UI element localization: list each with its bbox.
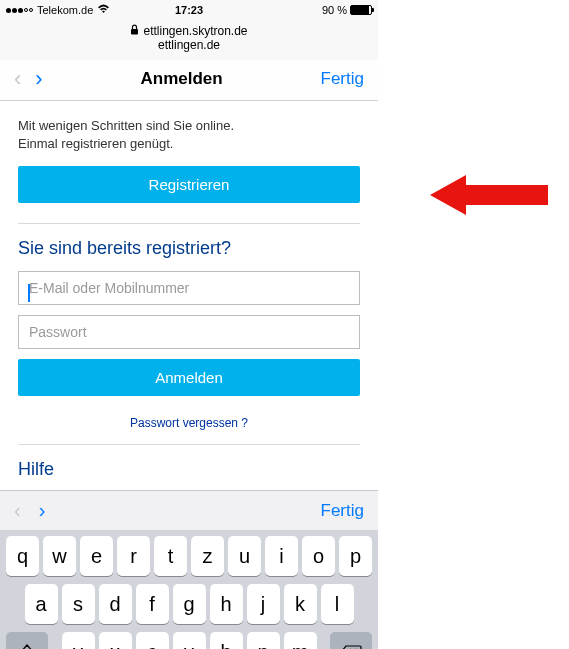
svg-marker-5 (430, 175, 548, 215)
key-y[interactable]: y (62, 632, 95, 649)
key-f[interactable]: f (136, 584, 169, 624)
email-field[interactable] (18, 271, 360, 305)
text-cursor (28, 284, 30, 302)
kb-done-button[interactable]: Fertig (321, 501, 364, 521)
keyboard: qwertzuiop asdfghjkl yxcvbnm 123 Leerzei… (0, 530, 378, 649)
key-i[interactable]: i (265, 536, 298, 576)
key-u[interactable]: u (228, 536, 261, 576)
key-n[interactable]: n (247, 632, 280, 649)
nav-done-button[interactable]: Fertig (321, 69, 364, 89)
key-a[interactable]: a (25, 584, 58, 624)
password-field[interactable] (18, 315, 360, 349)
kb-nav-arrows: ‹ › (14, 499, 45, 522)
nav-back-icon[interactable]: ‹ (14, 68, 21, 90)
url-host: ettlingen.skytron.de (143, 24, 247, 38)
kb-row-3: yxcvbnm (3, 632, 375, 649)
status-left: Telekom.de (6, 4, 110, 16)
key-c[interactable]: c (136, 632, 169, 649)
kb-next-field-icon[interactable]: › (39, 499, 46, 522)
svg-rect-0 (131, 29, 138, 35)
key-k[interactable]: k (284, 584, 317, 624)
key-q[interactable]: q (6, 536, 39, 576)
key-g[interactable]: g (173, 584, 206, 624)
email-field-wrap (18, 271, 360, 315)
key-x[interactable]: x (99, 632, 132, 649)
key-z[interactable]: z (191, 536, 224, 576)
key-l[interactable]: l (321, 584, 354, 624)
key-d[interactable]: d (99, 584, 132, 624)
key-s[interactable]: s (62, 584, 95, 624)
backspace-key[interactable] (330, 632, 372, 649)
status-time: 17:23 (175, 4, 203, 16)
key-p[interactable]: p (339, 536, 372, 576)
already-registered-title: Sie sind bereits registriert? (18, 238, 360, 259)
url-bar: ettlingen.skytron.de ettlingen.de (0, 20, 378, 60)
key-w[interactable]: w (43, 536, 76, 576)
kb-row-2: asdfghjkl (3, 584, 375, 624)
wifi-icon (97, 4, 110, 16)
kb-prev-field-icon[interactable]: ‹ (14, 499, 21, 522)
key-b[interactable]: b (210, 632, 243, 649)
phone-frame: Telekom.de 17:23 90 % ettlingen.skytron.… (0, 0, 378, 649)
carrier-label: Telekom.de (37, 4, 93, 16)
status-bar: Telekom.de 17:23 90 % (0, 0, 378, 20)
keyboard-toolbar: ‹ › Fertig (0, 490, 378, 530)
kb-row-1: qwertzuiop (3, 536, 375, 576)
intro-line1: Mit wenigen Schritten sind Sie online. (18, 117, 360, 135)
key-e[interactable]: e (80, 536, 113, 576)
divider (18, 223, 360, 224)
page-content: Mit wenigen Schritten sind Sie online. E… (0, 101, 378, 445)
key-v[interactable]: v (173, 632, 206, 649)
key-h[interactable]: h (210, 584, 243, 624)
key-o[interactable]: o (302, 536, 335, 576)
help-heading: Hilfe (0, 459, 378, 480)
divider-2 (18, 444, 360, 445)
intro-line2: Einmal registrieren genügt. (18, 135, 360, 153)
register-button[interactable]: Registrieren (18, 166, 360, 203)
status-right: 90 % (322, 4, 372, 16)
nav-header: ‹ › Anmelden Fertig (0, 60, 378, 101)
lock-icon (130, 24, 139, 38)
key-t[interactable]: t (154, 536, 187, 576)
battery-pct: 90 % (322, 4, 347, 16)
nav-forward-icon[interactable]: › (35, 68, 42, 90)
key-m[interactable]: m (284, 632, 317, 649)
forgot-password-link[interactable]: Passwort vergessen ? (18, 416, 360, 430)
signal-dots (6, 8, 33, 13)
battery-icon (350, 5, 372, 15)
nav-title: Anmelden (141, 69, 223, 89)
key-j[interactable]: j (247, 584, 280, 624)
login-button[interactable]: Anmelden (18, 359, 360, 396)
url-sub: ettlingen.de (0, 38, 378, 52)
nav-arrows: ‹ › (14, 68, 43, 90)
intro-text: Mit wenigen Schritten sind Sie online. E… (18, 117, 360, 152)
shift-key[interactable] (6, 632, 48, 649)
key-r[interactable]: r (117, 536, 150, 576)
callout-arrow (430, 173, 550, 221)
